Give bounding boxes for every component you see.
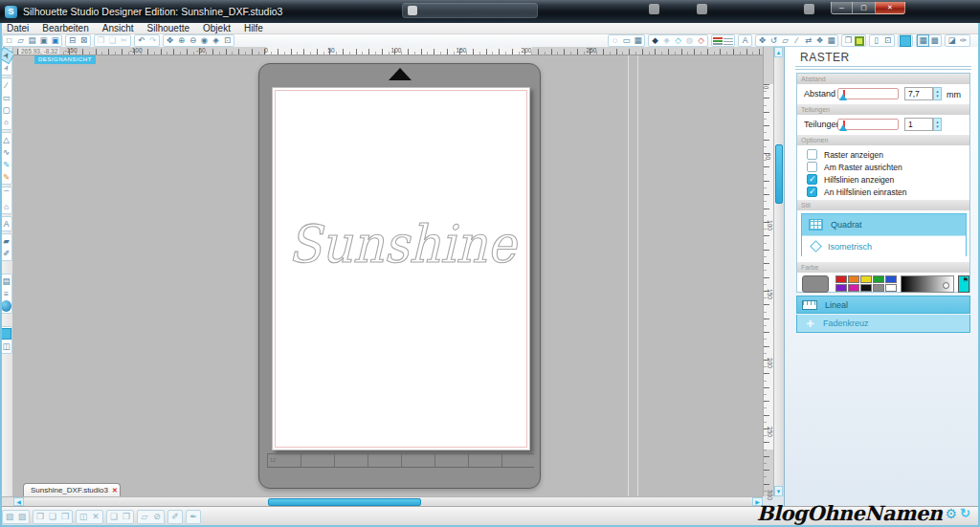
store-panel-icon[interactable] (1, 300, 11, 312)
grid-iso-style-icon[interactable]: ▩ (929, 35, 940, 46)
stil-option-quadrat[interactable]: Quadrat (802, 214, 966, 235)
freehand-tool-icon[interactable]: ✎ (1, 159, 11, 170)
color-swatch[interactable] (835, 275, 847, 283)
teilungen-spinner[interactable]: ▴▾ (933, 118, 942, 131)
color-swatch[interactable] (848, 275, 859, 283)
eraser-tool-icon[interactable]: ▰ (1, 235, 11, 247)
color-picker-swatch[interactable]: ⚑ (958, 275, 969, 293)
open-file-icon[interactable]: ▱ (15, 35, 26, 46)
grid-panel-icon[interactable] (900, 35, 911, 47)
rectangle-tool-icon[interactable]: ▭ (1, 92, 11, 103)
color-swatch[interactable] (873, 275, 884, 283)
slider-handle-icon[interactable] (839, 94, 847, 100)
smooth-freehand-tool-icon[interactable]: ✎ (1, 171, 11, 183)
lineal-toggle[interactable]: Lineal (796, 296, 970, 314)
abstand-value-input[interactable]: 7,7 (904, 87, 933, 100)
copy-object-icon[interactable]: ❏ (108, 511, 120, 523)
scroll-up-icon[interactable]: ▲ (774, 47, 783, 57)
color-swatch[interactable] (835, 284, 847, 292)
design-page-panel-icon[interactable]: ▤ (1, 275, 11, 287)
point-editing-tool-icon[interactable]: ➢ (0, 60, 13, 76)
text-tool-icon[interactable]: A (1, 218, 11, 230)
spin-down-icon[interactable]: ▾ (936, 124, 939, 129)
color-swatch[interactable] (873, 284, 884, 292)
checkbox-an-hilfslinien-einrasten[interactable] (807, 187, 817, 197)
stil-option-isometrisch[interactable]: Isometrisch (802, 235, 966, 256)
page-setup-icon[interactable]: ▯ (871, 35, 881, 46)
checkbox-row-raster-anzeigen[interactable]: Raster anzeigen (807, 148, 883, 161)
scroll-down-icon[interactable]: ▼ (774, 486, 783, 496)
save-to-library-icon[interactable]: ▣ (50, 35, 60, 46)
mirror-icon[interactable]: ⇄ (803, 35, 813, 46)
minimize-button[interactable]: ─ (831, 2, 853, 14)
close-button[interactable]: ✕ (876, 2, 905, 14)
view-split-icon[interactable]: ◫ (1, 340, 11, 352)
abstand-slider[interactable] (837, 88, 899, 99)
vertical-ruler[interactable]: 0 50 100 150 200 250 300 (763, 47, 773, 496)
ellipse-tool-icon[interactable]: ○ (1, 117, 11, 128)
scroll-left-icon[interactable]: ◀ (13, 497, 24, 506)
paste-object-icon[interactable]: ❐ (121, 511, 132, 523)
color-swatch[interactable] (860, 275, 872, 283)
menu-bearbeiten[interactable]: Bearbeiten (35, 23, 95, 34)
grid-settings-icon[interactable]: ▦ (633, 35, 643, 46)
teilungen-value-input[interactable]: 1 (904, 118, 933, 131)
move-icon[interactable]: ✥ (757, 35, 768, 46)
checkbox-am-raster-ausrichten[interactable] (807, 162, 817, 172)
zoom-selection-icon[interactable]: ◉ (199, 35, 210, 46)
menu-objekt[interactable]: Objekt (196, 23, 237, 34)
paste-icon[interactable]: ❏ (107, 35, 118, 46)
menu-datei[interactable]: Datei (0, 23, 35, 34)
pen-mode-icon[interactable]: ✒ (188, 511, 199, 523)
duplicate-icon[interactable]: ❐ (34, 511, 46, 523)
select-tool-icon[interactable]: ➤ (0, 48, 13, 63)
color-swatch[interactable] (860, 284, 872, 292)
view-normal-icon[interactable] (1, 328, 11, 340)
artwork-text[interactable]: Sunshine (288, 214, 519, 274)
gradient-bar[interactable] (901, 275, 954, 293)
vertical-scroll-thumb[interactable] (775, 144, 783, 204)
replicate-icon[interactable]: ❖ (814, 35, 825, 46)
line-color-icon[interactable] (713, 37, 723, 45)
color-swatch[interactable] (848, 284, 859, 292)
checkbox-row-an-hilfslinien-einrasten[interactable]: An Hilfslinien einrasten (807, 186, 906, 198)
redo-icon[interactable]: ↷ (147, 35, 158, 46)
margins-icon[interactable]: ▭ (621, 35, 632, 46)
horizontal-scrollbar[interactable]: ◀ ▶ (13, 496, 763, 506)
mirror-copy-icon[interactable]: ❏ (47, 511, 58, 523)
background-window-tab[interactable] (402, 3, 538, 18)
fit-to-page-icon[interactable]: ⊡ (222, 35, 233, 46)
line-dashes-icon[interactable] (724, 37, 733, 45)
zoom-drag-icon[interactable]: ◈ (211, 35, 221, 46)
checkbox-row-am-raster-ausrichten[interactable]: Am Raster ausrichten (807, 161, 902, 173)
undo-icon[interactable]: ↶ (136, 35, 146, 46)
teilungen-slider[interactable] (837, 119, 899, 130)
text-style-icon[interactable]: A (740, 35, 750, 46)
checkbox-raster-anzeigen[interactable] (807, 149, 817, 160)
modify-icon[interactable]: ▦ (826, 35, 836, 46)
color-swatch[interactable] (885, 275, 897, 283)
menu-silhouette[interactable]: Silhouette (141, 23, 196, 34)
abstand-spinner[interactable]: ▴▾ (933, 87, 942, 100)
line-color-panel-icon[interactable] (855, 36, 864, 46)
arc-tool-icon[interactable]: ⌒ (1, 188, 11, 200)
eraser-icon[interactable]: ◪ (947, 35, 957, 46)
menu-hilfe[interactable]: Hilfe (237, 23, 270, 34)
vertical-scrollbar[interactable]: ▲ ▼ (773, 47, 784, 496)
copy-icon[interactable]: ❐ (96, 35, 106, 46)
checkbox-hilfslinien-anzeigen[interactable] (807, 174, 817, 185)
zoom-in-icon[interactable]: ⊕ (176, 35, 187, 46)
group-objects-icon[interactable]: ◫ (78, 511, 89, 523)
shear-icon[interactable]: ∕ (791, 35, 802, 46)
fadenkreuz-toggle[interactable]: ✚ Fadenkreuz (796, 315, 970, 333)
edit-points-icon[interactable]: ✐ (169, 511, 181, 523)
print-icon[interactable]: ⊟ (67, 35, 78, 46)
curve-tool-icon[interactable]: ∿ (1, 146, 11, 158)
menu-ansicht[interactable]: Ansicht (96, 23, 141, 34)
cut-icon[interactable]: ✂ (119, 35, 129, 46)
fill-style-icon[interactable]: ◆ (650, 35, 660, 46)
slider-handle-icon[interactable] (839, 124, 847, 131)
maximize-button[interactable]: ▢ (853, 2, 876, 14)
rounded-rectangle-tool-icon[interactable]: ▢ (1, 104, 11, 116)
current-color-swatch[interactable] (802, 275, 829, 293)
